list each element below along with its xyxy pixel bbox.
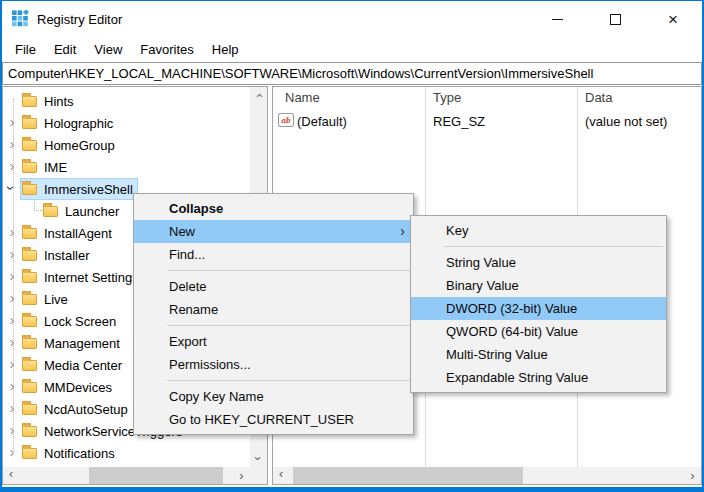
expand-chevron-icon[interactable]: ›: [6, 446, 18, 460]
menu-item-rename[interactable]: Rename: [134, 298, 413, 321]
tree-item-label: InstallAgent: [44, 226, 112, 241]
value-data: (value not set): [585, 114, 667, 129]
value-type: REG_SZ: [433, 114, 485, 129]
menubar-item-help[interactable]: Help: [203, 40, 248, 59]
menu-item-binary-value[interactable]: Binary Value: [411, 274, 666, 297]
tree-item-hints[interactable]: Hints: [3, 90, 249, 112]
menu-bar: FileEditViewFavoritesHelp: [2, 38, 702, 61]
menu-item-delete[interactable]: Delete: [134, 275, 413, 298]
tree-item-body[interactable]: Launcher: [42, 201, 123, 221]
scroll-left-icon[interactable]: ›: [273, 467, 290, 484]
scroll-right-icon[interactable]: ›: [233, 467, 250, 484]
scroll-down-icon[interactable]: ›: [250, 450, 267, 467]
scroll-right-icon[interactable]: ›: [684, 467, 701, 484]
registry-path: Computer\HKEY_LOCAL_MACHINE\SOFTWARE\Mic…: [8, 66, 593, 81]
column-header-name[interactable]: Name: [285, 87, 320, 109]
tree-item-body[interactable]: Live: [21, 289, 72, 309]
tree-item-homegroup[interactable]: ›HomeGroup: [3, 134, 249, 156]
folder-icon: [22, 272, 37, 283]
tree-item-body[interactable]: InstallAgent: [21, 223, 116, 243]
folder-icon: [22, 250, 37, 261]
tree-item-ime[interactable]: ›IME: [3, 156, 249, 178]
tree-item-body[interactable]: NcdAutoSetup: [21, 399, 132, 419]
tree-item-notifications[interactable]: ›Notifications: [3, 442, 249, 464]
tree-item-body[interactable]: MMDevices: [21, 377, 116, 397]
values-horizontal-scrollbar[interactable]: › ›: [273, 467, 701, 484]
expand-chevron-icon[interactable]: ›: [6, 314, 18, 328]
tree-item-label: Media Center: [44, 358, 122, 373]
window-border: [0, 0, 704, 1]
tree-item-body[interactable]: Installer: [21, 245, 94, 265]
folder-icon: [22, 338, 37, 349]
expand-chevron-icon[interactable]: ›: [6, 160, 18, 174]
tree-item-body[interactable]: Lock Screen: [21, 311, 120, 331]
expand-chevron-icon[interactable]: ›: [6, 358, 18, 372]
menubar-item-edit[interactable]: Edit: [45, 40, 85, 59]
expand-chevron-icon[interactable]: ›: [6, 248, 18, 262]
menu-item-go-to-hkey-current-user[interactable]: Go to HKEY_CURRENT_USER: [134, 408, 413, 431]
menu-separator: [167, 380, 410, 381]
menu-item-export[interactable]: Export: [134, 330, 413, 353]
tree-horizontal-scrollbar[interactable]: › ›: [3, 467, 250, 484]
tree-item-body[interactable]: Notifications: [21, 443, 119, 463]
tree-item-body[interactable]: Management: [21, 333, 124, 353]
collapse-chevron-icon[interactable]: ›: [3, 182, 17, 194]
tree-item-label: MMDevices: [44, 380, 112, 395]
menu-item-expandable-string-value[interactable]: Expandable String Value: [411, 366, 666, 389]
folder-icon: [22, 184, 37, 195]
folder-icon: [22, 448, 37, 459]
minimize-button[interactable]: [528, 1, 586, 37]
menu-item-qword-64-bit-value[interactable]: QWORD (64-bit) Value: [411, 320, 666, 343]
menu-item-multi-string-value[interactable]: Multi-String Value: [411, 343, 666, 366]
minimize-icon: [552, 19, 563, 20]
scroll-up-icon[interactable]: ›: [250, 87, 267, 104]
menubar-item-view[interactable]: View: [85, 40, 131, 59]
menubar-item-favorites[interactable]: Favorites: [131, 40, 202, 59]
tree-item-body[interactable]: ImmersiveShell: [21, 179, 137, 199]
address-bar[interactable]: Computer\HKEY_LOCAL_MACHINE\SOFTWARE\Mic…: [2, 62, 702, 85]
menu-item-copy-key-name[interactable]: Copy Key Name: [134, 385, 413, 408]
tree-item-holographic[interactable]: ›Holographic: [3, 112, 249, 134]
menubar-item-file[interactable]: File: [6, 40, 45, 59]
tree-item-body[interactable]: Media Center: [21, 355, 126, 375]
registry-value-row[interactable]: ab (Default) REG_SZ (value not set): [273, 111, 701, 131]
menu-item-collapse[interactable]: Collapse: [134, 197, 413, 220]
tree-item-body[interactable]: Holographic: [21, 113, 117, 133]
expand-chevron-icon[interactable]: ›: [6, 424, 18, 438]
scrollbar-corner: [250, 467, 267, 484]
scrollbar-thumb[interactable]: [293, 467, 523, 484]
menu-separator: [167, 325, 410, 326]
menu-item-dword-32-bit-value[interactable]: DWORD (32-bit) Value: [411, 297, 666, 320]
expand-chevron-icon[interactable]: ›: [6, 270, 18, 284]
tree-item-body[interactable]: Hints: [21, 91, 78, 111]
title-bar: Registry Editor ×: [2, 1, 702, 37]
tree-item-label: Live: [44, 292, 68, 307]
menu-item-new[interactable]: New›: [134, 220, 413, 243]
tree-item-label: Launcher: [65, 204, 119, 219]
expand-chevron-icon[interactable]: ›: [6, 138, 18, 152]
expand-chevron-icon[interactable]: ›: [6, 292, 18, 306]
folder-icon: [22, 228, 37, 239]
folder-icon: [22, 382, 37, 393]
expand-chevron-icon[interactable]: ›: [6, 380, 18, 394]
menu-item-string-value[interactable]: String Value: [411, 251, 666, 274]
column-header-type[interactable]: Type: [433, 87, 461, 109]
expand-chevron-icon[interactable]: ›: [6, 226, 18, 240]
close-button[interactable]: ×: [644, 1, 702, 37]
menu-item-key[interactable]: Key: [411, 219, 666, 242]
tree-item-body[interactable]: Internet Settings: [21, 267, 143, 287]
expand-chevron-icon[interactable]: ›: [6, 116, 18, 130]
folder-icon: [22, 426, 37, 437]
expand-chevron-icon[interactable]: ›: [6, 336, 18, 350]
folder-icon: [22, 140, 37, 151]
maximize-button[interactable]: [586, 1, 644, 37]
menu-item-find-[interactable]: Find...: [134, 243, 413, 266]
tree-item-body[interactable]: IME: [21, 157, 71, 177]
scrollbar-thumb[interactable]: [89, 467, 223, 484]
expand-chevron-icon[interactable]: ›: [6, 402, 18, 416]
tree-item-body[interactable]: HomeGroup: [21, 135, 119, 155]
column-header-data[interactable]: Data: [585, 87, 612, 109]
scroll-left-icon[interactable]: ›: [3, 467, 20, 484]
folder-icon: [22, 360, 37, 371]
menu-item-permissions-[interactable]: Permissions...: [134, 353, 413, 376]
